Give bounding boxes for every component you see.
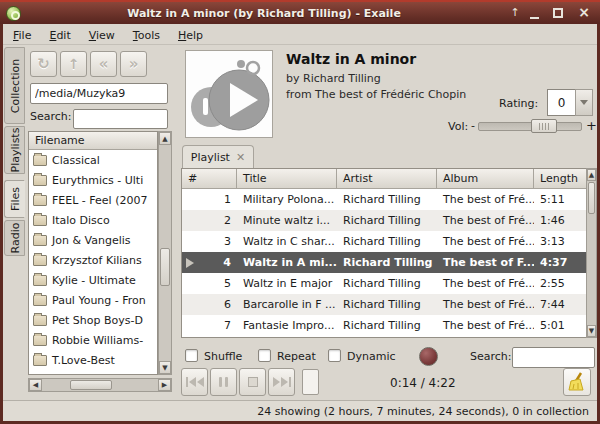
menu-file[interactable]: File [13,29,31,42]
playlist-scroll-down-arrow[interactable]: ▼ [587,325,596,337]
files-search-input[interactable] [73,109,168,129]
filename-column-header[interactable]: Filename [29,132,150,150]
volume-plus[interactable]: + [586,118,597,133]
files-hscrollbar[interactable]: ◀ ▶ [28,378,172,392]
column-header-length[interactable]: Length [534,169,588,189]
playlist-row[interactable]: 3Waltz in C shar... Richard TillingThe b… [182,231,596,252]
playlist-vscroll-thumb[interactable] [588,182,595,214]
repeat-checkbox[interactable] [258,349,271,362]
window-title: Waltz in A minor (by Richard Tilling) - … [21,7,507,20]
file-item[interactable]: Krzysztof Kilians [29,250,157,270]
previous-button[interactable] [181,368,208,396]
pause-icon [219,377,228,387]
playlist-tab-close-icon[interactable]: ✕ [236,151,245,164]
file-item[interactable]: Pet Shop Boys-D [29,310,157,330]
column-header-artist[interactable]: Artist [337,169,437,189]
exaile-logo-icon [186,51,272,137]
playlist-scroll-up-arrow[interactable]: ▲ [587,169,596,181]
path-input[interactable] [30,83,168,104]
refresh-icon: ↻ [37,55,50,73]
sidebar-tab-collection[interactable]: Collection [4,47,25,124]
files-hscroll-thumb[interactable] [70,380,112,390]
file-item[interactable]: T.Love-Best [29,350,157,370]
folder-icon [33,155,47,166]
close-button[interactable]: × [576,6,592,20]
playlist-search-label: Search: [470,350,512,363]
playlist-tab[interactable]: Playlist ✕ [182,145,254,169]
volume-slider-thumb[interactable] [531,119,557,133]
time-display: 0:14 / 4:22 [390,376,456,390]
volume-slider[interactable] [478,122,582,131]
scroll-right-arrow[interactable]: ▶ [158,379,171,391]
file-item[interactable]: Robbie Williams- [29,330,157,350]
column-header-album[interactable]: Album [437,169,534,189]
playlist-table-header: # Title Artist Album Length [182,169,596,189]
maximize-button[interactable] [553,6,569,20]
column-header-title[interactable]: Title [237,169,337,189]
sidebar-tab-files[interactable]: Files [4,180,25,218]
folder-icon [33,255,47,266]
playlist-row-current[interactable]: 4 Waltz in A mi... Richard TillingThe be… [182,252,596,273]
shuffle-checkbox[interactable] [185,349,198,362]
folder-icon [33,195,47,206]
extra-column-header[interactable] [150,132,157,150]
playlist-row[interactable]: 6Barcarolle in F ... Richard TillingThe … [182,294,596,315]
next-button[interactable] [268,368,295,396]
file-item[interactable]: FEEL - Feel (2007 [29,190,157,210]
file-item[interactable]: Jon & Vangelis [29,230,157,250]
menu-view[interactable]: View [89,29,115,42]
scroll-up-arrow[interactable]: ▲ [159,132,171,145]
forward-button[interactable]: » [120,51,147,77]
playlist-row[interactable]: 5Waltz in E major Richard TillingThe bes… [182,273,596,294]
folder-icon [33,275,47,286]
file-item[interactable]: Eurythmics - Ulti [29,170,157,190]
file-item[interactable]: Kylie - Ultimate [29,270,157,290]
dynamic-label: Dynamic [347,350,396,363]
menu-tools[interactable]: Tools [133,29,160,42]
track-artist: by Richard Tilling [286,72,381,85]
playlist-vscrollbar[interactable]: ▲ ▼ [586,168,597,338]
file-item[interactable]: Paul Young - Fron [29,290,157,310]
app-icon [6,6,21,21]
files-vscroll-thumb[interactable] [160,248,170,286]
seek-slider-handle[interactable] [302,369,319,395]
album-art[interactable] [185,50,273,138]
rating-combobox[interactable]: 0 [547,89,593,116]
titlebar[interactable]: Waltz in A minor (by Richard Tilling) - … [0,0,600,24]
column-header-num[interactable]: # [182,169,237,189]
playlist-row[interactable]: 1Military Polona... Richard TillingThe b… [182,189,596,210]
playlist-table: # Title Artist Album Length 1Military Po… [181,168,597,338]
file-item[interactable]: Classical [29,150,157,170]
refresh-button[interactable]: ↻ [30,51,57,77]
sidebar-tab-playlists[interactable]: Playlists [4,126,25,174]
stop-track-button[interactable] [419,347,438,366]
back-icon: « [99,55,109,73]
go-up-button[interactable]: ↑ [60,51,87,77]
folder-icon [33,235,47,246]
minimize-button[interactable] [530,6,546,20]
sidebar-tab-radio[interactable]: Radio [4,220,25,256]
dynamic-checkbox[interactable] [328,349,341,362]
playlist-search-input[interactable] [512,347,595,368]
pause-button[interactable] [210,368,237,396]
stop-button[interactable] [239,368,266,396]
back-button[interactable]: « [90,51,117,77]
shade-button[interactable]: ↑ [507,6,523,20]
statusbar-text: 24 showing (2 hours, 7 minutes, 24 secon… [257,405,589,418]
volume-label: Vol: [448,120,468,133]
playlist-row[interactable]: 2Minute waltz i... Richard TillingThe be… [182,210,596,231]
menu-help[interactable]: Help [178,29,203,42]
menubar: File Edit View Tools Help [3,26,597,45]
playlist-row[interactable]: 7Fantasie Impro... Richard TillingThe be… [182,315,596,336]
chevron-down-icon[interactable] [575,89,593,116]
rating-label: Rating: [499,97,538,110]
volume-minus[interactable]: - [471,119,475,132]
scroll-down-arrow[interactable]: ▼ [159,361,171,374]
shuffle-label: Shuffle [204,350,242,363]
file-item[interactable]: Italo Disco [29,210,157,230]
file-browser: Filename Classical Eurythmics - Ulti FEE… [28,131,158,375]
files-vscrollbar[interactable]: ▲ ▼ [158,131,172,375]
scroll-left-arrow[interactable]: ◀ [29,379,42,391]
clear-playlist-button[interactable] [563,368,591,396]
menu-edit[interactable]: Edit [49,29,70,42]
